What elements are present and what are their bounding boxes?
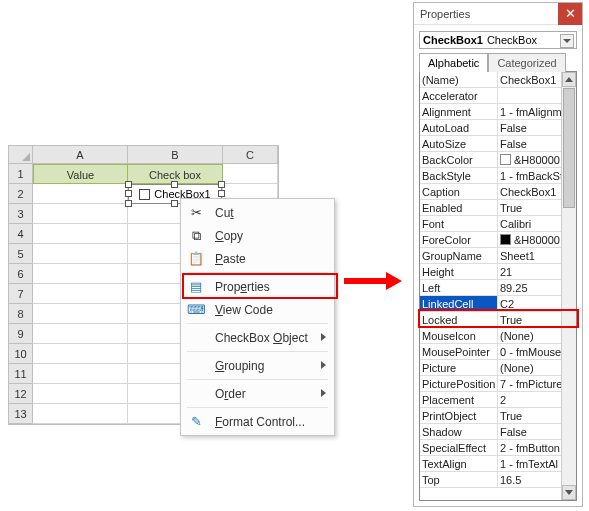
- property-row[interactable]: BackStyle1 - fmBackSt: [420, 168, 561, 184]
- cell[interactable]: [33, 364, 128, 384]
- cell[interactable]: [33, 204, 128, 224]
- property-value[interactable]: True: [498, 408, 561, 423]
- property-row[interactable]: PicturePosition7 - fmPicture: [420, 376, 561, 392]
- resize-handle[interactable]: [218, 181, 225, 188]
- menu-copy[interactable]: ⧉ Copy: [183, 224, 332, 247]
- object-selector[interactable]: CheckBox1 CheckBox: [419, 31, 577, 49]
- property-value[interactable]: True: [498, 312, 561, 327]
- cell[interactable]: [33, 224, 128, 244]
- row-header[interactable]: 5: [9, 244, 33, 264]
- property-row[interactable]: Picture(None): [420, 360, 561, 376]
- row-header[interactable]: 11: [9, 364, 33, 384]
- property-row[interactable]: CaptionCheckBox1: [420, 184, 561, 200]
- property-row[interactable]: Alignment1 - fmAlignm: [420, 104, 561, 120]
- property-row[interactable]: (Name)CheckBox1: [420, 72, 561, 88]
- tab-categorized[interactable]: Categorized: [488, 53, 565, 72]
- property-row[interactable]: ForeColor&H80000: [420, 232, 561, 248]
- property-value[interactable]: CheckBox1: [498, 72, 561, 87]
- scrollbar[interactable]: [561, 72, 576, 500]
- cell[interactable]: [33, 384, 128, 404]
- cell[interactable]: [33, 304, 128, 324]
- cell-a1[interactable]: Value: [33, 164, 128, 184]
- property-value[interactable]: 21: [498, 264, 561, 279]
- menu-view-code[interactable]: ⌨ View Code: [183, 298, 332, 321]
- cell-c1[interactable]: [223, 164, 278, 184]
- property-value[interactable]: CheckBox1: [498, 184, 561, 199]
- property-row[interactable]: Height21: [420, 264, 561, 280]
- cell[interactable]: [33, 284, 128, 304]
- properties-titlebar[interactable]: Properties ✕: [414, 3, 582, 25]
- properties-grid[interactable]: (Name)CheckBox1AcceleratorAlignment1 - f…: [420, 72, 561, 500]
- row-header[interactable]: 1: [9, 164, 33, 184]
- property-value[interactable]: (None): [498, 328, 561, 343]
- column-header-b[interactable]: B: [128, 146, 223, 164]
- property-row[interactable]: Accelerator: [420, 88, 561, 104]
- property-value[interactable]: 7 - fmPicture: [498, 376, 561, 391]
- property-row[interactable]: LinkedCellC2: [420, 296, 561, 312]
- scroll-thumb[interactable]: [563, 88, 575, 208]
- menu-properties[interactable]: ▤ Properties: [183, 275, 332, 298]
- menu-paste[interactable]: 📋 Paste: [183, 247, 332, 270]
- property-row[interactable]: AutoSizeFalse: [420, 136, 561, 152]
- row-header[interactable]: 4: [9, 224, 33, 244]
- property-value[interactable]: False: [498, 120, 561, 135]
- row-header[interactable]: 10: [9, 344, 33, 364]
- menu-cut[interactable]: ✂ Cut: [183, 201, 332, 224]
- resize-handle[interactable]: [171, 181, 178, 188]
- column-header-c[interactable]: C: [223, 146, 278, 164]
- select-all-corner[interactable]: [9, 146, 33, 164]
- property-row[interactable]: MouseIcon(None): [420, 328, 561, 344]
- row-header[interactable]: 8: [9, 304, 33, 324]
- column-header-a[interactable]: A: [33, 146, 128, 164]
- property-row[interactable]: Top16.5: [420, 472, 561, 488]
- property-value[interactable]: 1 - fmBackSt: [498, 168, 561, 183]
- property-value[interactable]: &H80000: [498, 232, 561, 247]
- row-header[interactable]: 13: [9, 404, 33, 424]
- resize-handle[interactable]: [218, 190, 225, 197]
- row-header[interactable]: 6: [9, 264, 33, 284]
- resize-handle[interactable]: [171, 200, 178, 207]
- property-row[interactable]: Left89.25: [420, 280, 561, 296]
- property-value[interactable]: False: [498, 424, 561, 439]
- property-value[interactable]: 2: [498, 392, 561, 407]
- property-row[interactable]: EnabledTrue: [420, 200, 561, 216]
- property-row[interactable]: SpecialEffect2 - fmButton: [420, 440, 561, 456]
- chevron-down-icon[interactable]: [560, 34, 574, 48]
- property-value[interactable]: Sheet1: [498, 248, 561, 263]
- property-value[interactable]: [498, 88, 561, 103]
- property-row[interactable]: TextAlign1 - fmTextAl: [420, 456, 561, 472]
- cell[interactable]: [33, 244, 128, 264]
- cell[interactable]: [33, 324, 128, 344]
- property-value[interactable]: C2: [498, 296, 561, 311]
- property-row[interactable]: BackColor&H80000: [420, 152, 561, 168]
- property-row[interactable]: Placement2: [420, 392, 561, 408]
- property-row[interactable]: FontCalibri: [420, 216, 561, 232]
- property-value[interactable]: 0 - fmMouse: [498, 344, 561, 359]
- row-header[interactable]: 2: [9, 184, 33, 204]
- scroll-up-button[interactable]: [562, 72, 576, 87]
- menu-grouping[interactable]: Grouping: [183, 354, 332, 377]
- resize-handle[interactable]: [125, 181, 132, 188]
- property-row[interactable]: ShadowFalse: [420, 424, 561, 440]
- row-header[interactable]: 12: [9, 384, 33, 404]
- property-row[interactable]: PrintObjectTrue: [420, 408, 561, 424]
- property-value[interactable]: Calibri: [498, 216, 561, 231]
- property-value[interactable]: 1 - fmAlignm: [498, 104, 561, 119]
- property-value[interactable]: 2 - fmButton: [498, 440, 561, 455]
- property-row[interactable]: MousePointer0 - fmMouse: [420, 344, 561, 360]
- row-header[interactable]: 3: [9, 204, 33, 224]
- cell[interactable]: [33, 264, 128, 284]
- cell[interactable]: [33, 344, 128, 364]
- cell[interactable]: [33, 404, 128, 424]
- row-header[interactable]: 7: [9, 284, 33, 304]
- property-row[interactable]: AutoLoadFalse: [420, 120, 561, 136]
- property-row[interactable]: GroupNameSheet1: [420, 248, 561, 264]
- resize-handle[interactable]: [125, 200, 132, 207]
- row-header[interactable]: 9: [9, 324, 33, 344]
- menu-format-control[interactable]: ✎ Format Control...: [183, 410, 332, 433]
- property-value[interactable]: &H80000: [498, 152, 561, 167]
- resize-handle[interactable]: [125, 190, 132, 197]
- property-value[interactable]: False: [498, 136, 561, 151]
- scroll-down-button[interactable]: [562, 485, 576, 500]
- property-value[interactable]: True: [498, 200, 561, 215]
